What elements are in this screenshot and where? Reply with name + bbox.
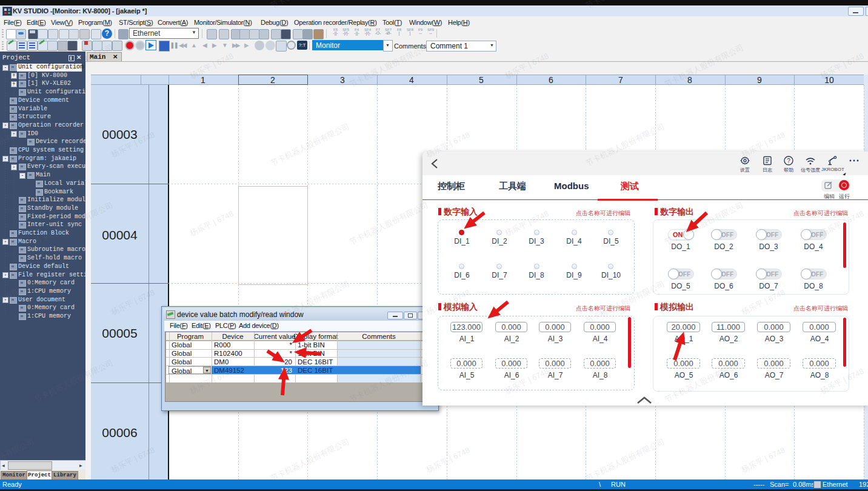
svg-text:?: ? xyxy=(787,158,790,164)
